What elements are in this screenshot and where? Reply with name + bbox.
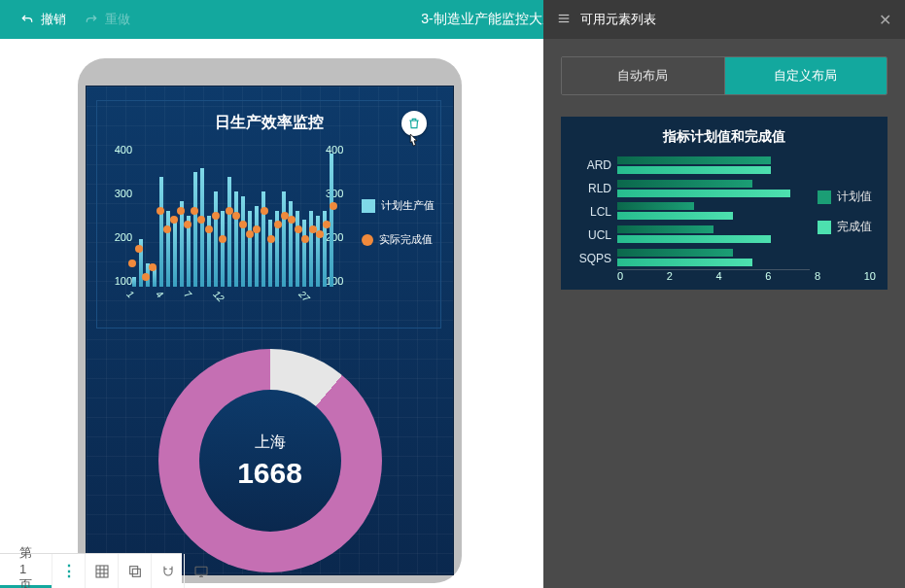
- magnet-tool[interactable]: [151, 554, 184, 588]
- canvas[interactable]: 日生产效率监控 400300200100 400300200100 147122…: [0, 39, 543, 588]
- elements-panel-title: 可用元素列表: [580, 11, 656, 28]
- cursor-pointer-icon: [405, 132, 423, 152]
- tab-custom-layout[interactable]: 自定义布局: [725, 57, 888, 94]
- undo-icon: [19, 12, 35, 27]
- tab-auto-layout[interactable]: 自动布局: [562, 57, 725, 94]
- svg-rect-12: [195, 567, 207, 574]
- page-tab-1[interactable]: 第1页: [0, 554, 52, 588]
- svg-rect-8: [129, 566, 137, 573]
- redo-label: 重做: [105, 11, 130, 28]
- chart-donut[interactable]: 上海 1668: [158, 349, 382, 572]
- device-screen[interactable]: 日生产效率监控 400300200100 400300200100 147122…: [86, 86, 454, 575]
- legend-swatch-done: [362, 234, 373, 246]
- chart-daily-efficiency[interactable]: 日生产效率监控 400300200100 400300200100 147122…: [96, 100, 441, 329]
- undo-label: 撤销: [41, 11, 66, 28]
- mini-legend: 计划值 完成值: [818, 154, 876, 270]
- bottom-toolbar: 第1页 ⋮: [0, 553, 182, 588]
- device-frame: 日生产效率监控 400300200100 400300200100 147122…: [78, 58, 462, 583]
- grid-tool[interactable]: [85, 554, 118, 588]
- layers-tool[interactable]: [118, 554, 151, 588]
- mini-chart-title: 指标计划值和完成值: [573, 128, 876, 146]
- elements-panel-header: 可用元素列表 ✕: [543, 0, 905, 39]
- chart1-legend: 计划生产值 实际完成值: [362, 198, 435, 266]
- redo-icon: [84, 12, 99, 27]
- svg-rect-3: [96, 566, 108, 577]
- chart-indicator-plan-done[interactable]: 指标计划值和完成值 ARDRLDLCLUCLSQPS 计划值 完成值 02468…: [561, 117, 888, 290]
- layout-tabs: 自动布局 自定义布局: [561, 56, 888, 95]
- mini-x-axis: 0246810: [617, 270, 876, 282]
- legend-swatch-done: [818, 221, 831, 234]
- elements-panel: 自动布局 自定义布局 指标计划值和完成值 ARDRLDLCLUCLSQPS 计划…: [543, 39, 905, 588]
- more-menu-button[interactable]: ⋮: [52, 554, 85, 588]
- legend-swatch-plan: [362, 199, 375, 213]
- mini-plot: [617, 154, 810, 270]
- chart1-x-axis: 1471227: [132, 289, 333, 316]
- list-icon: [557, 12, 571, 28]
- close-icon[interactable]: ✕: [879, 11, 891, 29]
- svg-rect-9: [132, 569, 140, 576]
- chart1-title: 日生产效率监控: [97, 101, 440, 139]
- preview-tool[interactable]: [184, 554, 217, 588]
- chart1-y-axis-left: 400300200100: [105, 144, 132, 287]
- redo-button[interactable]: 重做: [84, 11, 130, 28]
- legend-swatch-plan: [818, 190, 831, 204]
- donut-label: 上海 1668: [158, 349, 382, 572]
- mini-y-categories: ARDRLDLCLUCLSQPS: [573, 154, 611, 270]
- undo-button[interactable]: 撤销: [19, 11, 66, 28]
- chart1-plot: [132, 144, 333, 287]
